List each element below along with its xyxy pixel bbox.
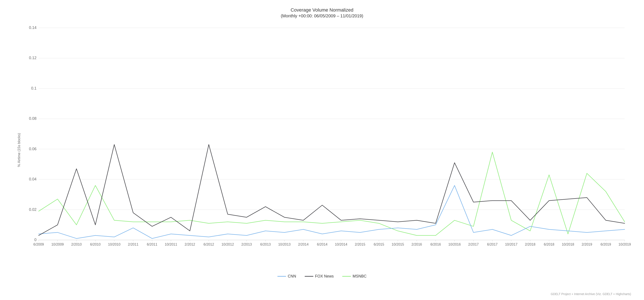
svg-text:10/2019: 10/2019: [618, 243, 631, 246]
svg-text:10/2013: 10/2013: [278, 243, 291, 246]
svg-text:2/2014: 2/2014: [298, 243, 308, 246]
fox-legend-label: FOX News: [315, 274, 334, 279]
cnn-legend-line: [277, 276, 286, 277]
chart-area: 00.020.040.060.080.10.120.146/200910/200…: [22, 23, 631, 257]
svg-text:6/2016: 6/2016: [430, 243, 441, 246]
svg-text:6/2015: 6/2015: [374, 243, 384, 246]
svg-text:2/2012: 2/2012: [184, 243, 195, 246]
svg-text:10/2010: 10/2010: [108, 243, 120, 246]
chart-container: Coverage Volume Normalized (Monthly +00:…: [0, 0, 644, 300]
legend-msnbc: MSNBC: [342, 274, 367, 279]
svg-rect-0: [22, 23, 631, 257]
legend-fox: FOX News: [304, 274, 334, 279]
svg-text:0.04: 0.04: [29, 177, 36, 181]
svg-text:10/2014: 10/2014: [335, 243, 347, 246]
svg-text:6/2013: 6/2013: [260, 243, 271, 246]
svg-text:10/2016: 10/2016: [448, 243, 461, 246]
svg-text:0: 0: [34, 238, 36, 242]
svg-text:2/2015: 2/2015: [355, 243, 365, 246]
svg-text:6/2017: 6/2017: [487, 243, 498, 246]
msnbc-legend-line: [342, 276, 351, 277]
svg-text:6/2009: 6/2009: [34, 243, 44, 246]
svg-text:10/2009: 10/2009: [51, 243, 64, 246]
svg-text:2/2017: 2/2017: [468, 243, 479, 246]
chart-title: Coverage Volume Normalized: [0, 0, 644, 13]
svg-text:0.02: 0.02: [29, 207, 36, 212]
svg-text:10/2012: 10/2012: [222, 243, 234, 246]
svg-text:6/2011: 6/2011: [147, 243, 157, 246]
svg-text:10/2015: 10/2015: [392, 243, 404, 246]
svg-text:0.14: 0.14: [29, 25, 36, 30]
legend-cnn: CNN: [277, 274, 296, 279]
main-svg: 00.020.040.060.080.10.120.146/200910/200…: [22, 23, 631, 257]
msnbc-legend-label: MSNBC: [353, 274, 367, 279]
svg-text:6/2018: 6/2018: [544, 243, 554, 246]
chart-legend: CNN FOX News MSNBC: [277, 274, 366, 279]
attribution: GDELT Project + Internet Archive (Viz. G…: [550, 292, 631, 296]
svg-text:6/2010: 6/2010: [90, 243, 101, 246]
svg-text:10/2017: 10/2017: [505, 243, 518, 246]
svg-text:10/2018: 10/2018: [562, 243, 574, 246]
svg-text:0.08: 0.08: [29, 116, 36, 121]
svg-text:2/2011: 2/2011: [128, 243, 138, 246]
svg-text:0.06: 0.06: [29, 147, 36, 151]
fox-legend-line: [304, 276, 313, 277]
svg-text:2/2019: 2/2019: [582, 243, 592, 246]
cnn-legend-label: CNN: [288, 274, 296, 279]
svg-text:6/2012: 6/2012: [204, 243, 214, 246]
svg-text:2/2018: 2/2018: [525, 243, 536, 246]
svg-text:6/2014: 6/2014: [317, 243, 327, 246]
svg-text:0.1: 0.1: [31, 86, 36, 90]
svg-text:2/2013: 2/2013: [241, 243, 252, 246]
svg-text:6/2019: 6/2019: [600, 243, 611, 246]
svg-text:2/2010: 2/2010: [71, 243, 82, 246]
y-axis-label: % Airtime (15s blocks): [17, 133, 21, 167]
chart-subtitle: (Monthly +00:00: 06/05/2009 – 11/01/2019…: [0, 13, 644, 18]
svg-text:10/2011: 10/2011: [165, 243, 177, 246]
svg-text:2/2016: 2/2016: [412, 243, 422, 246]
svg-text:0.12: 0.12: [29, 56, 36, 60]
